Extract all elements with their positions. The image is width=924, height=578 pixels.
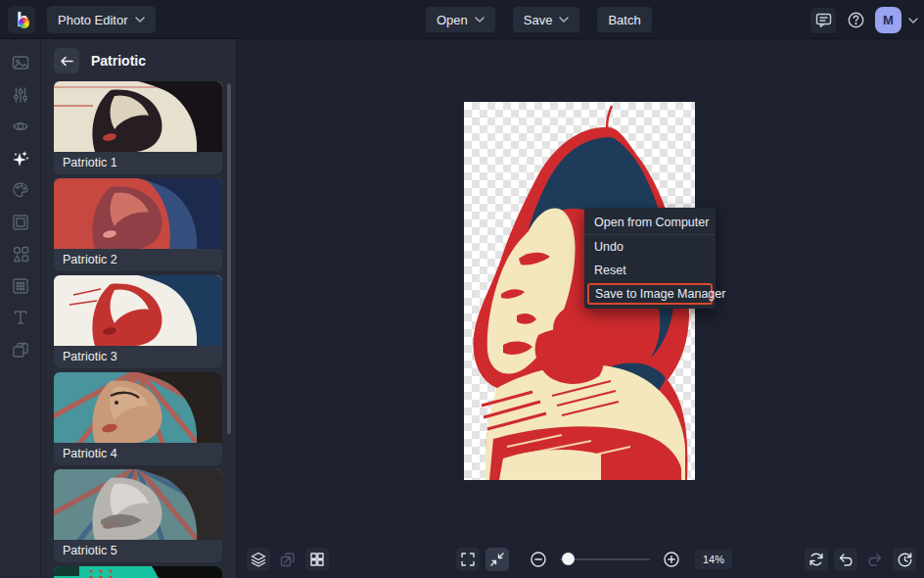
canvas-workspace: Open from Computer Undo Reset Save to Im… [237, 39, 924, 578]
history-icon [896, 551, 913, 568]
product-menu-label: Photo Editor [58, 13, 128, 27]
fit-screen-icon [488, 551, 506, 568]
effect-thumbnail [54, 81, 222, 152]
help-button[interactable] [843, 8, 868, 33]
palette-icon [12, 181, 29, 199]
effect-thumbnail [54, 275, 222, 346]
sidebar-item-text[interactable] [0, 302, 41, 334]
menu-item-undo[interactable]: Undo [584, 235, 716, 259]
avatar[interactable]: M [875, 7, 901, 33]
effect-label: Patriotic 3 [54, 346, 222, 368]
fit-to-screen-button[interactable] [485, 548, 509, 571]
layers-icon [12, 341, 29, 359]
menu-item-save-to-image-manager[interactable]: Save to Image Manager [587, 283, 713, 305]
fullscreen-button[interactable] [456, 548, 480, 571]
effect-label: Patriotic 4 [54, 443, 222, 465]
effects-panel: Patriotic Patriotic 1 [41, 39, 237, 578]
refresh-button[interactable] [805, 548, 828, 571]
top-right-controls: M [810, 7, 918, 33]
effect-label: Patriotic 5 [54, 540, 222, 562]
fullscreen-icon [459, 551, 477, 568]
effect-card-patriotic-3[interactable]: Patriotic 3 [54, 275, 222, 368]
panel-scrollbar[interactable] [227, 83, 231, 434]
photo-icon [12, 54, 29, 72]
zoom-level-display[interactable]: 14% [695, 550, 732, 569]
batch-button[interactable]: Batch [597, 7, 651, 32]
sidebar-item-effects[interactable] [0, 143, 41, 175]
history-button[interactable] [893, 548, 916, 571]
effect-label: Patriotic 2 [54, 249, 222, 271]
panel-title: Patriotic [91, 53, 146, 69]
top-bar: b Photo Editor Open Save Batch [0, 0, 924, 39]
befunky-logo[interactable]: b [8, 6, 35, 33]
sidebar-item-photo[interactable] [0, 47, 41, 79]
help-icon [847, 11, 865, 29]
sidebar-item-touch-up[interactable] [0, 111, 41, 143]
chevron-down-icon [559, 17, 569, 23]
effect-card-patriotic-5[interactable]: Patriotic 5 [54, 469, 222, 562]
sidebar-item-adjustments[interactable] [0, 79, 41, 112]
back-button[interactable] [54, 48, 79, 73]
undo-button[interactable] [834, 548, 857, 571]
account-menu-chevron-icon[interactable] [908, 18, 918, 24]
adjustments-icon [12, 86, 29, 104]
bottom-toolbar: 14% [237, 541, 924, 578]
arrow-left-icon [61, 56, 73, 67]
open-button[interactable]: Open [426, 7, 495, 32]
comment-icon [814, 11, 833, 29]
eye-icon [12, 118, 29, 135]
zoom-in-icon [663, 551, 680, 568]
effect-card-patriotic-4[interactable]: Patriotic 4 [54, 372, 222, 465]
shapes-icon [12, 245, 29, 263]
tool-rail [0, 39, 41, 578]
redo-icon [866, 551, 884, 568]
feedback-button[interactable] [810, 8, 836, 33]
effect-thumbnail [54, 469, 222, 540]
menu-item-reset[interactable]: Reset [584, 259, 716, 282]
zoom-slider-knob[interactable] [562, 553, 575, 565]
sidebar-item-textures[interactable] [0, 270, 41, 303]
effect-thumbnail [54, 372, 222, 443]
grid-icon [308, 551, 326, 568]
panel-header: Patriotic [41, 39, 236, 81]
effect-thumbnail [54, 178, 222, 249]
compare-icon [279, 551, 297, 568]
layers-stack-icon [250, 551, 267, 568]
top-actions: Open Save Batch [426, 7, 652, 32]
sidebar-item-layers[interactable] [0, 334, 41, 366]
sidebar-item-artsy[interactable] [0, 174, 41, 207]
text-icon [12, 309, 29, 326]
effect-card-patriotic-6[interactable] [54, 566, 222, 578]
sidebar-item-frames[interactable] [0, 207, 41, 239]
refresh-icon [808, 551, 825, 568]
zoom-slider[interactable] [560, 548, 650, 571]
redo-button[interactable] [863, 548, 887, 571]
logo-color-wheel-icon [19, 18, 29, 28]
context-menu: Open from Computer Undo Reset Save to Im… [584, 208, 716, 309]
sparkles-icon [12, 150, 29, 168]
sidebar-item-graphics[interactable] [0, 238, 41, 270]
texture-icon [12, 277, 29, 295]
zoom-out-icon [530, 551, 547, 568]
effect-label: Patriotic 1 [54, 152, 222, 174]
frame-icon [12, 214, 29, 231]
menu-item-open-from-computer[interactable]: Open from Computer [584, 211, 716, 234]
compare-button[interactable] [276, 548, 300, 571]
effect-card-patriotic-1[interactable]: Patriotic 1 [54, 81, 222, 174]
chevron-down-icon [475, 17, 485, 23]
save-button[interactable]: Save [513, 7, 580, 32]
effect-card-patriotic-2[interactable]: Patriotic 2 [54, 178, 222, 271]
chevron-down-icon [135, 17, 145, 23]
grid-view-button[interactable] [305, 548, 329, 571]
layers-button[interactable] [247, 548, 270, 571]
zoom-out-button[interactable] [527, 548, 550, 571]
product-menu-button[interactable]: Photo Editor [47, 6, 156, 33]
zoom-in-button[interactable] [660, 548, 683, 571]
undo-icon [837, 551, 855, 568]
effect-thumbnail [54, 566, 222, 578]
